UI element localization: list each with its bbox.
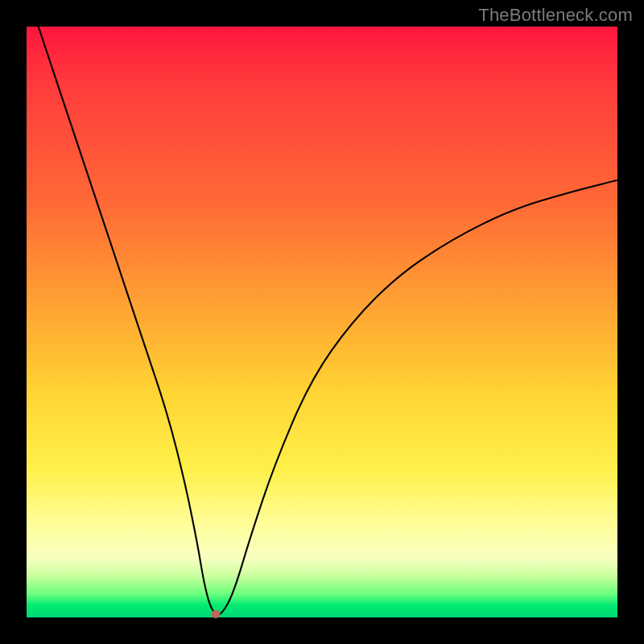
bottleneck-curve [27,27,617,617]
watermark-text: TheBottleneck.com [478,5,633,26]
optimal-point-marker [211,610,220,618]
plot-area [27,27,617,617]
chart-frame: TheBottleneck.com [0,0,644,644]
curve-path [39,27,617,614]
